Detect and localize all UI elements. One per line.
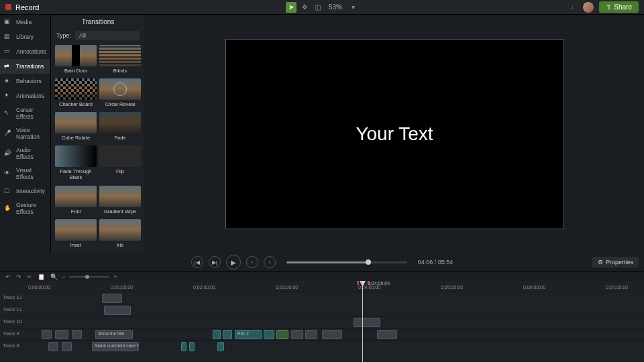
transition-fade-through-black[interactable]: Fade Through Black xyxy=(55,145,97,182)
preview-canvas[interactable]: Your Text xyxy=(225,39,564,229)
track-header[interactable]: Track 10 xyxy=(0,316,28,328)
transition-fade[interactable]: Fade xyxy=(99,112,141,143)
track-body[interactable] xyxy=(28,316,644,328)
clip[interactable] xyxy=(276,330,288,339)
clip[interactable] xyxy=(189,342,195,351)
ruler-mark: 0;04;00;00 xyxy=(358,285,380,290)
clip[interactable] xyxy=(102,294,122,303)
transition-checker-board[interactable]: Checker Board xyxy=(55,78,97,109)
panel-title: Transitions xyxy=(51,15,145,29)
gesture-effects-icon: ✋ xyxy=(4,204,12,213)
next-frame-button[interactable]: ▶| xyxy=(209,256,221,268)
zoom-minus[interactable]: − xyxy=(62,274,65,280)
sidebar-item-library[interactable]: ▤Library xyxy=(0,29,50,44)
track-body[interactable]: Same comment case for xyxy=(28,341,644,352)
track-body[interactable] xyxy=(28,304,644,316)
transition-barn-door[interactable]: Barn Door xyxy=(55,45,97,76)
transition-label: Fold xyxy=(71,208,81,215)
sidebar-item-label: Transitions xyxy=(16,63,44,70)
sidebar-item-voice-narration[interactable]: 🎤Voice Narration xyxy=(0,123,50,143)
sidebar-item-interactivity[interactable]: ▢Interactivity xyxy=(0,184,50,198)
playhead[interactable] xyxy=(362,281,363,362)
timeline-toolbar: ↶ ↷ ✂ 📋 🔍 − + xyxy=(0,272,644,281)
transition-gradient-wipe[interactable]: Gradient Wipe xyxy=(99,186,141,217)
track-body[interactable] xyxy=(28,292,644,304)
transition-fold[interactable]: Fold xyxy=(55,186,97,217)
cut-icon[interactable]: ✂ xyxy=(27,274,32,280)
next-marker-button[interactable]: › xyxy=(264,256,276,268)
timeline-ruler[interactable]: 0;00;00;000;01;00;000;02;00;000;03;00;00… xyxy=(28,281,644,292)
sidebar-item-cursor-effects[interactable]: ↖Cursor Effects xyxy=(0,103,50,123)
sidebar-item-annotations[interactable]: ▭Annotations xyxy=(0,44,50,59)
clip[interactable] xyxy=(72,330,82,339)
clip[interactable] xyxy=(104,306,131,315)
avatar[interactable] xyxy=(583,2,594,13)
crop-tool-icon[interactable]: ◫ xyxy=(313,2,323,13)
undo-icon[interactable]: ↶ xyxy=(5,274,11,280)
zoom-plus[interactable]: + xyxy=(113,274,117,280)
sidebar-item-visual-effects[interactable]: 👁Visual Effects xyxy=(0,164,50,184)
zoom-dropdown-icon[interactable]: ▾ xyxy=(347,2,358,13)
toolbar-right: ↓ ⇧ Share xyxy=(567,1,639,13)
transition-circle-reveal[interactable]: Circle Reveal xyxy=(99,78,141,109)
clip[interactable] xyxy=(377,330,397,339)
clip[interactable] xyxy=(322,330,342,339)
ruler-mark: 0;02;00;00 xyxy=(193,285,215,290)
filter-select[interactable]: All xyxy=(75,31,140,40)
zoom-percent[interactable]: 53% xyxy=(326,3,345,11)
record-button[interactable]: Record xyxy=(5,3,39,11)
prev-frame-button[interactable]: |◀ xyxy=(191,256,203,268)
zoom-slider[interactable] xyxy=(69,276,109,278)
clip[interactable]: Show the title xyxy=(95,330,133,339)
properties-button[interactable]: ⚙ Properties xyxy=(592,257,639,267)
clip[interactable] xyxy=(213,330,221,339)
sidebar-item-animations[interactable]: ✦Animations xyxy=(0,88,50,103)
clip[interactable]: Same comment case for xyxy=(92,342,139,351)
clip[interactable] xyxy=(55,330,68,339)
transition-inset[interactable]: Inset xyxy=(55,219,97,250)
download-icon[interactable]: ↓ xyxy=(567,2,578,13)
timeline[interactable]: 0;00;00;000;01;00;000;02;00;000;03;00;00… xyxy=(0,281,644,362)
clip[interactable]: Rec 2 xyxy=(235,330,262,339)
prev-marker-button[interactable]: ‹ xyxy=(246,256,258,268)
sidebar-item-label: Visual Effects xyxy=(16,167,46,180)
transitions-icon: ⇄ xyxy=(4,62,12,70)
track-body[interactable]: Show the titleRec 2 xyxy=(28,328,644,340)
drag-tool-icon[interactable]: ✥ xyxy=(299,2,310,13)
play-button[interactable]: ▶ xyxy=(226,255,241,269)
paste-icon[interactable]: 📋 xyxy=(38,274,45,280)
sidebar-item-transitions[interactable]: ⇄Transitions xyxy=(0,59,50,74)
seek-bar[interactable] xyxy=(286,261,407,263)
transition-iris[interactable]: Iris xyxy=(99,219,141,250)
clip[interactable] xyxy=(223,330,232,339)
clip[interactable] xyxy=(291,330,303,339)
transition-cube-rotate[interactable]: Cube Rotate xyxy=(55,112,97,143)
transitions-grid[interactable]: Barn DoorBlindsChecker BoardCircle Revea… xyxy=(51,42,145,253)
zoom-out-icon[interactable]: 🔍 xyxy=(50,274,58,280)
zoom-thumb[interactable] xyxy=(85,275,89,279)
seek-thumb[interactable] xyxy=(366,259,371,265)
clip[interactable] xyxy=(264,330,274,339)
redo-icon[interactable]: ↷ xyxy=(16,274,21,280)
pointer-tool-icon[interactable]: ➤ xyxy=(286,2,297,13)
clip[interactable] xyxy=(354,318,380,327)
clip[interactable] xyxy=(62,342,72,351)
transition-label: Barn Door xyxy=(64,68,87,74)
track-header[interactable]: Track 9 xyxy=(0,328,28,340)
track-header[interactable]: Track 12 xyxy=(0,292,28,304)
clip[interactable] xyxy=(217,342,224,351)
clip[interactable] xyxy=(181,342,186,351)
clip[interactable] xyxy=(305,330,317,339)
animations-icon: ✦ xyxy=(4,92,12,100)
transition-blinds[interactable]: Blinds xyxy=(99,45,141,76)
sidebar-item-audio-effects[interactable]: 🔊Audio Effects xyxy=(0,143,50,164)
share-button[interactable]: ⇧ Share xyxy=(599,1,639,13)
track-header[interactable]: Track 8 xyxy=(0,341,28,352)
transition-flip[interactable]: Flip xyxy=(99,145,141,182)
sidebar-item-behaviors[interactable]: ★Behaviors xyxy=(0,74,50,88)
clip[interactable] xyxy=(42,330,52,339)
sidebar-item-gesture-effects[interactable]: ✋Gesture Effects xyxy=(0,198,50,219)
track-header[interactable]: Track 11 xyxy=(0,304,28,316)
sidebar-item-media[interactable]: ▣Media xyxy=(0,15,50,29)
clip[interactable] xyxy=(48,342,58,351)
